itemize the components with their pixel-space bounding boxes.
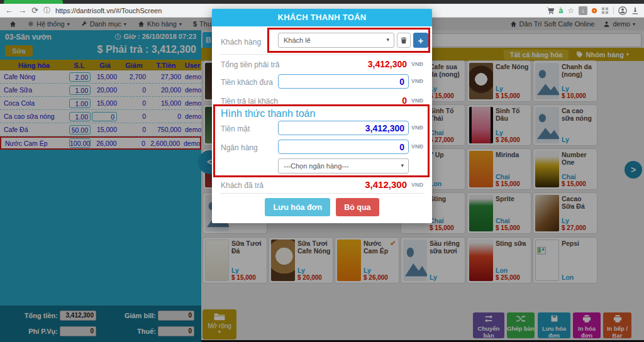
delete-customer-button[interactable] bbox=[397, 33, 411, 48]
product-price: $ 15,000 bbox=[430, 224, 463, 231]
order-row[interactable]: Cafe Nóng2.0015,0002,70027,300demo bbox=[0, 70, 201, 84]
reload-icon[interactable]: ⟳ bbox=[31, 4, 38, 18]
product-card[interactable]: Chanh da (nong)Ly$ 10,000 bbox=[533, 60, 597, 102]
product-name: Ca cao sữa nóng bbox=[562, 107, 595, 122]
brand-link[interactable]: Dân Trí Soft Cafe Online bbox=[510, 20, 595, 28]
expand-button[interactable]: Mở rộng ▴ bbox=[203, 309, 236, 339]
nav-item-3[interactable]: Kho hàng▾ bbox=[132, 18, 187, 30]
product-unit: Ly bbox=[297, 267, 331, 274]
product-card[interactable]: Sầu riêng sữa tươiLy bbox=[401, 237, 465, 284]
product-card-text: Cafe sua da (nong)Ly$ 15,000 bbox=[430, 63, 463, 99]
transfer-icon bbox=[473, 314, 504, 325]
total-value[interactable]: 3,412,300 bbox=[60, 311, 96, 321]
product-card-text: Chanh da (nong)Ly$ 10,000 bbox=[562, 63, 595, 99]
discount-bill-value[interactable]: 0 bbox=[158, 311, 194, 321]
order-row[interactable]: Nước Cam Ép100.0026,00002,600,000demo bbox=[0, 136, 201, 150]
order-panel: 03-Sân vườn Giờ : 26/10/2018 07:23 Sửa $… bbox=[0, 30, 201, 342]
order-column-header: T.Tiền bbox=[148, 62, 184, 69]
nav-item-1[interactable]: Hệ thống▾ bbox=[22, 18, 75, 30]
action-button-4[interactable]: In bếp / Bar bbox=[603, 312, 631, 338]
product-card[interactable]: Nước Cam ÉpLy$ 26,000✔ bbox=[335, 237, 399, 284]
product-unit: Lon bbox=[430, 180, 463, 187]
product-card[interactable]: SpriteChai$ 15,000 bbox=[467, 192, 531, 234]
product-card[interactable]: Sinh Tố DâuLy$ 26,000 bbox=[467, 104, 531, 146]
browser-extensions: à ☆ ↓ bbox=[547, 6, 639, 15]
nav-item-2[interactable]: Danh mục▾ bbox=[75, 18, 132, 30]
order-panel-header: 03-Sân vườn Giờ : 26/10/2018 07:23 Sửa $… bbox=[0, 30, 201, 60]
bank-select[interactable]: ---Chọn ngân hàng--- ▾ bbox=[278, 158, 409, 174]
a-extension-icon[interactable]: à bbox=[559, 6, 564, 15]
product-card[interactable]: Number OneChai$ 15,000 bbox=[533, 148, 597, 190]
product-name: 7 Up bbox=[430, 151, 463, 158]
url-bar[interactable]: https://dantrisoft.vn/#/TouchScreen bbox=[55, 7, 162, 14]
download-extension-icon[interactable]: ↓ bbox=[579, 6, 587, 15]
order-item-price[interactable]: 0 bbox=[91, 112, 119, 121]
currency-label: VNĐ bbox=[411, 61, 423, 67]
product-card[interactable]: Sữa Tươi ĐáLy$ 15,000 bbox=[203, 237, 267, 284]
order-item-price: 15,000 bbox=[91, 73, 119, 80]
order-row[interactable]: Ca cao sữa nóng1.00000demo bbox=[0, 110, 201, 123]
product-unit: Ly bbox=[231, 267, 265, 274]
order-row[interactable]: Coca Cola1.0015,000015,000demo bbox=[0, 97, 201, 110]
save-invoice-button[interactable]: Lưu hóa đơn bbox=[265, 198, 330, 216]
service-fee-value[interactable]: 0 bbox=[60, 326, 96, 336]
order-item-qty[interactable]: 1.00 bbox=[68, 112, 91, 121]
grid-extension-icon[interactable] bbox=[601, 7, 609, 14]
product-card[interactable]: Ca cao sữa nóngLy bbox=[533, 104, 597, 146]
action-button-0[interactable]: Chuyển bàn bbox=[473, 312, 504, 338]
edit-table-button[interactable]: Sửa bbox=[5, 45, 33, 57]
order-item-total: 2,600,000 bbox=[148, 140, 182, 147]
forward-icon[interactable]: → bbox=[18, 4, 26, 18]
order-item-qty[interactable]: 50.00 bbox=[68, 125, 91, 135]
group-filter-button[interactable]: Nhóm hàng ▾ bbox=[576, 51, 629, 58]
product-card[interactable]: PepsiLon bbox=[533, 237, 597, 284]
bank-label: Ngân hàng bbox=[221, 143, 258, 152]
tax-value[interactable]: 0 bbox=[158, 326, 194, 336]
browser-tab[interactable] bbox=[4, 0, 63, 4]
product-unit: Chai bbox=[496, 173, 529, 180]
product-card[interactable]: Cafe NóngLy$ 15,000 bbox=[467, 60, 531, 102]
nav-item-0[interactable] bbox=[4, 18, 22, 30]
downloads-icon[interactable] bbox=[631, 7, 639, 14]
order-item-price: 15,000 bbox=[91, 99, 119, 107]
user-menu[interactable]: demo ▾ bbox=[603, 20, 635, 28]
back-icon[interactable]: ← bbox=[5, 4, 13, 18]
order-row[interactable]: Cafe Sữa1.0020,000020,000demo bbox=[0, 84, 201, 97]
page-info-icon[interactable]: ⓘ bbox=[43, 6, 50, 15]
order-item-qty[interactable]: 2.00 bbox=[68, 72, 91, 82]
adblock-extension-icon[interactable] bbox=[592, 8, 597, 13]
action-button-label: In hóa đơn bbox=[578, 325, 596, 339]
order-column-header: S.L bbox=[68, 62, 91, 69]
gear-icon bbox=[28, 21, 34, 27]
order-row[interactable]: Cafe Đá50.0015,0000750,000demo bbox=[0, 123, 201, 136]
divider bbox=[219, 54, 425, 55]
order-item-qty[interactable]: 1.00 bbox=[68, 86, 91, 95]
product-card[interactable]: Cacao Sữa ĐáLy$ 27,000 bbox=[533, 192, 597, 234]
product-card[interactable]: Sữa Tươi Cafe NóngLy$ 20,000 bbox=[269, 237, 333, 284]
cash-input[interactable] bbox=[278, 121, 409, 135]
next-page-arrow-icon[interactable]: > bbox=[625, 161, 642, 179]
order-item-qty[interactable]: 1.00 bbox=[68, 99, 91, 108]
product-card[interactable]: Sting sữaLon$ 25,000 bbox=[467, 237, 531, 284]
profile-icon[interactable] bbox=[618, 6, 627, 15]
cash-label: Tiền mặt bbox=[221, 124, 250, 133]
customer-select[interactable]: Khách lẻ ▾ bbox=[278, 33, 394, 48]
bank-input[interactable] bbox=[278, 140, 409, 154]
product-name: Cafe sua da (nong) bbox=[430, 63, 463, 78]
action-button-3[interactable]: In hóa đơn bbox=[573, 312, 601, 338]
product-image-photo-coffee-milk bbox=[271, 240, 295, 281]
product-image-placeholder bbox=[403, 240, 427, 281]
cart-extension-icon[interactable] bbox=[547, 6, 555, 14]
product-card-text: StingChai$ 15,000 bbox=[430, 195, 463, 231]
action-button-2[interactable]: Lưu hóa đơn bbox=[538, 312, 570, 338]
order-item-qty[interactable]: 100.00 bbox=[69, 138, 91, 148]
product-card[interactable]: MirindaChai$ 15,000 bbox=[467, 148, 531, 190]
all-items-button[interactable]: Tất cả hàng hóa bbox=[504, 50, 569, 60]
home-icon bbox=[510, 21, 517, 28]
customer-given-input[interactable] bbox=[278, 74, 409, 89]
action-button-1[interactable]: Ghép bàn bbox=[507, 312, 535, 338]
skip-button[interactable]: Bỏ qua bbox=[336, 198, 379, 216]
divider bbox=[219, 193, 425, 194]
add-customer-button[interactable]: + bbox=[413, 33, 428, 48]
bookmark-star-icon[interactable]: ☆ bbox=[567, 6, 574, 15]
